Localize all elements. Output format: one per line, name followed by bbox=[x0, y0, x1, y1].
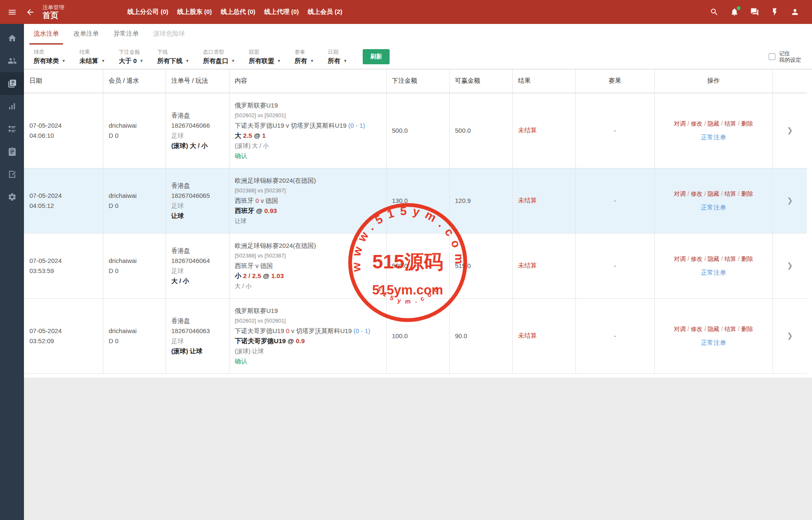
bet-table-wrap: 日期 会员 / 退水 注单号 / 玩法 内容 下注金额 可赢金额 结果 bbox=[24, 69, 812, 378]
back-button[interactable] bbox=[26, 8, 35, 17]
top-nav-link[interactable]: 线上会员 (2) bbox=[308, 8, 343, 16]
tab[interactable]: 滚球危险球 bbox=[149, 24, 189, 45]
filter-dropdown[interactable]: 下线 所有下线 ▼ bbox=[157, 49, 189, 65]
cell-date: 07-05-2024 03:53:59 bbox=[24, 233, 103, 298]
top-nav-link[interactable]: 线上总代 (0) bbox=[221, 8, 256, 16]
action-link[interactable]: 隐藏 bbox=[704, 255, 720, 262]
notifications-button[interactable] bbox=[730, 8, 739, 16]
win-amount: 515.0 bbox=[455, 262, 471, 269]
normal-order-link[interactable]: 正常注单 bbox=[660, 339, 767, 347]
row-expand-chevron[interactable]: ❯ bbox=[787, 332, 793, 340]
filter-dropdown[interactable]: 赛事 所有 ▼ bbox=[295, 49, 314, 65]
action-link[interactable]: 结算 bbox=[721, 255, 736, 262]
filter-dropdown[interactable]: 下注金额 大于 0 ▼ bbox=[119, 49, 143, 65]
bet-play-type: (滚球) 大 / 小 bbox=[235, 142, 381, 150]
action-link[interactable]: 隐藏 bbox=[704, 120, 720, 127]
action-link[interactable]: 修改 bbox=[688, 255, 703, 262]
top-nav-link[interactable]: 线上代理 (0) bbox=[264, 8, 299, 16]
header-icons bbox=[710, 8, 812, 16]
action-link[interactable]: 修改 bbox=[688, 190, 703, 197]
row-expand-chevron[interactable]: ❯ bbox=[787, 197, 793, 205]
win-amount: 120.9 bbox=[455, 197, 471, 204]
sidebar-item-notes[interactable] bbox=[0, 163, 24, 186]
action-link[interactable]: 删除 bbox=[738, 255, 753, 262]
confirm-link[interactable]: 确认 bbox=[235, 357, 381, 365]
filter-dropdown[interactable]: 联盟 所有联盟 ▼ bbox=[249, 49, 281, 65]
users-icon bbox=[8, 56, 17, 66]
remember-settings[interactable]: 记住 我的设定 bbox=[769, 50, 801, 63]
menu-button[interactable] bbox=[0, 8, 24, 17]
sidebar-item-stats[interactable] bbox=[0, 95, 24, 118]
sidebar-item-reports[interactable] bbox=[0, 118, 24, 140]
action-link[interactable]: 隐藏 bbox=[704, 190, 720, 197]
normal-order-link[interactable]: 正常注单 bbox=[660, 204, 767, 212]
sidebar-item-home[interactable] bbox=[0, 27, 24, 50]
filter-dropdown[interactable]: 盘口类型 所有盘口 ▼ bbox=[203, 49, 235, 65]
sport-type: 足球 bbox=[171, 267, 224, 275]
row-expand-chevron[interactable]: ❯ bbox=[787, 126, 793, 134]
sidebar-item-clipboard[interactable] bbox=[0, 140, 24, 163]
sidebar-item-users[interactable] bbox=[0, 50, 24, 72]
search-button[interactable] bbox=[710, 8, 719, 16]
normal-order-link[interactable]: 正常注单 bbox=[660, 134, 767, 142]
normal-order-link[interactable]: 正常注单 bbox=[660, 269, 767, 277]
filter-dropdown[interactable]: 日期 所有 ▼ bbox=[328, 49, 347, 65]
sidebar-item-settings[interactable] bbox=[0, 186, 24, 208]
chevron-down-icon: ▼ bbox=[101, 59, 105, 63]
remember-checkbox[interactable] bbox=[769, 53, 775, 60]
chevron-down-icon: ▼ bbox=[140, 59, 143, 63]
match-ids: [502602] vs [502601] bbox=[235, 317, 381, 325]
action-link[interactable]: 对调 bbox=[674, 326, 686, 332]
filter-dropdown[interactable]: 结果 未结算 ▼ bbox=[79, 49, 105, 65]
bet-date: 07-05-2024 bbox=[29, 257, 98, 265]
hamburger-icon bbox=[8, 8, 17, 17]
score-link[interactable]: (0 - 1) bbox=[348, 122, 365, 129]
market-type: 香港盘 bbox=[171, 247, 224, 255]
chat-icon bbox=[750, 8, 759, 16]
row-expand-chevron[interactable]: ❯ bbox=[787, 262, 793, 270]
play-type: 大 / 小 bbox=[171, 277, 224, 285]
action-link[interactable]: 结算 bbox=[721, 326, 736, 332]
action-link[interactable]: 对调 bbox=[674, 190, 686, 197]
action-link[interactable]: 修改 bbox=[688, 326, 703, 332]
column-header: 下注金额 bbox=[386, 69, 449, 93]
cell-date: 07-05-2024 04:06:10 bbox=[24, 93, 103, 168]
column-header: 可赢金额 bbox=[449, 69, 512, 93]
tab[interactable]: 流水注单 bbox=[29, 24, 63, 45]
tab[interactable]: 异常注单 bbox=[109, 24, 143, 45]
top-nav-link[interactable]: 线上分公司 (0) bbox=[127, 8, 169, 16]
action-link[interactable]: 删除 bbox=[738, 190, 753, 197]
refresh-button[interactable]: 刷新 bbox=[363, 49, 390, 64]
action-link[interactable]: 结算 bbox=[721, 190, 736, 197]
result-status: 未结算 bbox=[518, 332, 537, 339]
tab[interactable]: 改单注单 bbox=[69, 24, 103, 45]
bet-number: 18267046064 bbox=[171, 257, 224, 265]
confirm-link[interactable]: 确认 bbox=[235, 152, 381, 160]
market-type: 香港盘 bbox=[171, 317, 224, 325]
action-link[interactable]: 隐藏 bbox=[704, 326, 720, 332]
action-link[interactable]: 结算 bbox=[721, 120, 736, 127]
bet-orders-icon bbox=[8, 79, 17, 88]
result-status: 未结算 bbox=[518, 262, 537, 269]
quick-actions-button[interactable] bbox=[770, 8, 779, 16]
top-nav-link[interactable]: 线上股东 (0) bbox=[177, 8, 212, 16]
remember-label-line1: 记住 bbox=[779, 50, 790, 57]
member-rebate: D 0 bbox=[109, 267, 160, 275]
sidebar-item-bet-orders[interactable] bbox=[0, 72, 24, 95]
filter-value: 所有 ▼ bbox=[328, 57, 347, 65]
league-name: 欧洲足球锦标赛2024(在德国) bbox=[235, 242, 381, 250]
filter-dropdown[interactable]: 球类 所有球类 ▼ bbox=[34, 49, 66, 65]
action-link[interactable]: 对调 bbox=[674, 255, 686, 262]
result-status: 未结算 bbox=[518, 197, 537, 204]
member-rebate: D 0 bbox=[109, 202, 160, 210]
action-link[interactable]: 修改 bbox=[688, 120, 703, 127]
tab-label: 异常注单 bbox=[113, 30, 139, 38]
action-link[interactable]: 对调 bbox=[674, 120, 686, 127]
action-link[interactable]: 删除 bbox=[738, 120, 753, 127]
messages-button[interactable] bbox=[750, 8, 759, 16]
account-button[interactable] bbox=[791, 8, 799, 16]
score-link[interactable]: (0 - 1) bbox=[353, 327, 370, 334]
chevron-down-icon: ▼ bbox=[62, 59, 66, 63]
action-link[interactable]: 删除 bbox=[738, 326, 753, 332]
notification-dot bbox=[737, 6, 741, 10]
